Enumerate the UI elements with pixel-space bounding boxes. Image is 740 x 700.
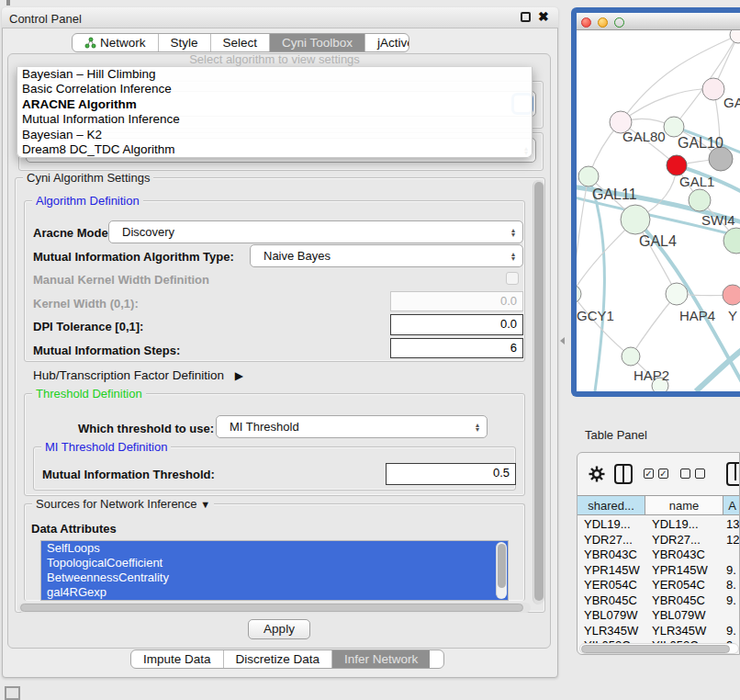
algorithm-option[interactable]: Mutual Information Inference <box>17 112 532 127</box>
node-red-selected[interactable] <box>667 155 687 175</box>
list-item[interactable]: TopologicalCoefficient <box>41 556 508 570</box>
settings-vertical-scrollbar[interactable] <box>533 180 544 604</box>
table-row[interactable]: YLR345W YLR345W 9. <box>577 624 740 639</box>
node-hap2[interactable] <box>622 347 640 366</box>
aracne-mode-label: Aracne Mode: <box>33 226 112 240</box>
control-panel-titlebar[interactable] <box>2 7 558 28</box>
node-label: HAP4 <box>679 308 715 323</box>
node-label: GAL10 <box>678 135 723 151</box>
table-row[interactable]: YBR043C YBR043C <box>577 548 740 563</box>
node-salmon[interactable] <box>723 285 740 305</box>
deselect-all-checkbox-icon[interactable] <box>680 469 690 479</box>
algorithm-option[interactable]: Basic Correlation Inference <box>17 82 532 96</box>
cell: YBL079W <box>577 608 645 624</box>
cell: YLR345W <box>645 624 723 639</box>
algorithm-option[interactable]: Bayesian – Hill Climbing <box>17 67 532 82</box>
column-header-name[interactable]: name <box>645 496 723 514</box>
tab-infer-network[interactable]: Infer Network <box>331 650 430 668</box>
dpi-tolerance-label: DPI Tolerance [0,1]: <box>33 320 143 333</box>
node-hap4[interactable] <box>666 283 688 305</box>
list-item[interactable]: gal4RGexp <box>41 585 508 600</box>
close-traffic-light[interactable] <box>581 17 591 28</box>
node-gal11[interactable] <box>578 166 599 186</box>
dpi-tolerance-input[interactable]: 0.0 <box>390 314 523 335</box>
deselect-all-checkbox-icon[interactable] <box>695 469 705 479</box>
close-icon[interactable]: ✖ <box>538 9 549 24</box>
manual-kernel-checkbox[interactable] <box>506 272 519 285</box>
tab-style[interactable]: Style <box>158 34 210 51</box>
columns-icon[interactable] <box>614 464 633 484</box>
network-icon <box>84 37 96 49</box>
zoom-traffic-light[interactable] <box>614 17 624 28</box>
aracne-mode-combobox[interactable]: Discovery ▴▾ <box>108 220 523 243</box>
cell: 13 <box>723 517 740 533</box>
partial-toolbar-icon[interactable] <box>726 462 740 486</box>
mi-threshold-input[interactable]: 0.5 <box>386 463 516 485</box>
cell: 9. <box>723 624 740 639</box>
apply-button[interactable]: Apply <box>248 619 310 639</box>
control-panel-title: Control Panel <box>9 12 82 26</box>
tab-jactivemnodules[interactable]: jActiveMNodules <box>364 34 409 51</box>
algorithm-option[interactable]: Dream8 DC_TDC Algorithm <box>17 142 532 157</box>
cell: YPR145W <box>645 563 723 579</box>
chevron-right-icon: ▶ <box>235 369 243 382</box>
tab-discretize-data-label: Discretize Data <box>236 652 320 666</box>
list-item[interactable]: BetweennessCentrality <box>41 570 508 585</box>
combo-arrows-icon: ▴▾ <box>511 252 515 261</box>
restore-icon[interactable] <box>521 12 531 22</box>
scrollbar-thumb[interactable] <box>581 645 730 653</box>
select-all-checkbox-icon[interactable]: ✓ <box>658 469 668 479</box>
node-gal10[interactable] <box>664 117 684 137</box>
minimize-traffic-light[interactable] <box>598 17 608 28</box>
node-label: SWI4 <box>701 212 735 228</box>
table-row[interactable]: YER054C YER054C 8. <box>577 578 740 593</box>
column-header-shared-name[interactable]: shared... <box>577 496 645 514</box>
mi-type-combobox[interactable]: Naive Bayes ▴▾ <box>250 244 523 267</box>
list-item[interactable]: SelfLoops <box>41 541 508 556</box>
select-all-checkbox-icon[interactable]: ✓ <box>644 469 654 479</box>
attributes-list-scrollbar[interactable] <box>496 542 507 599</box>
table-row[interactable]: YBL079W YBL079W <box>577 608 740 624</box>
tab-select[interactable]: Select <box>210 34 270 51</box>
algorithm-option[interactable]: Bayesian – K2 <box>17 128 532 142</box>
node[interactable] <box>702 78 724 100</box>
tab-select-label: Select <box>223 36 258 50</box>
tab-discretize-data[interactable]: Discretize Data <box>223 650 332 668</box>
scrollbar-thumb[interactable] <box>498 544 506 588</box>
tab-impute-data[interactable]: Impute Data <box>131 650 223 668</box>
algorithm-option-selected[interactable]: ARACNE Algorithm <box>17 97 532 112</box>
cell: YER054C <box>645 578 723 593</box>
node-gcy1[interactable] <box>577 285 581 303</box>
which-threshold-combobox[interactable]: MI Threshold ▴▾ <box>216 415 488 438</box>
cell: YDR27... <box>577 533 645 548</box>
kernel-width-input[interactable]: 0.0 <box>390 291 523 311</box>
settings-horizontal-scrollbar[interactable] <box>18 603 531 613</box>
tab-network[interactable]: Network <box>73 34 158 51</box>
which-threshold-value: MI Threshold <box>224 420 299 434</box>
network-canvas[interactable]: GAL7 GAL80 GAL10 GAL1 GAL11 SWI4 GAL4 GC… <box>577 30 740 391</box>
table-row[interactable]: YDR27... YDR27... 12 <box>577 533 740 548</box>
scrollbar-thumb[interactable] <box>534 182 544 601</box>
sources-group-title[interactable]: Sources for Network Inference ▼ <box>32 497 214 511</box>
manual-kernel-label: Manual Kernel Width Definition <box>33 273 209 287</box>
mi-steps-input[interactable]: 6 <box>390 338 523 358</box>
cyni-algorithm-settings-title: Cyni Algorithm Settings <box>23 171 153 185</box>
table-horizontal-scrollbar[interactable] <box>579 643 739 654</box>
kernel-width-label: Kernel Width (0,1): <box>33 297 139 310</box>
combo-arrows-icon: ▴▾ <box>511 228 515 237</box>
column-header-partial[interactable]: A <box>723 496 740 514</box>
table-row[interactable]: YDL19... YDL19... 13 <box>577 517 740 533</box>
table-row[interactable]: YPR145W YPR145W 9. <box>577 563 740 579</box>
split-divider-arrow-icon[interactable] <box>560 337 565 344</box>
tab-cyni-toolbox[interactable]: Cyni Toolbox <box>269 34 364 51</box>
data-attributes-label: Data Attributes <box>31 522 117 536</box>
minimized-panel-icon[interactable] <box>5 686 20 700</box>
node-gal1[interactable] <box>689 189 711 211</box>
cell: YBR045C <box>645 593 723 609</box>
gear-icon[interactable] <box>589 466 605 482</box>
node[interactable] <box>730 30 740 43</box>
node-gal4[interactable] <box>621 205 650 234</box>
hub-definition-toggle[interactable]: Hub/Transcription Factor Definition ▶ <box>33 368 243 382</box>
table-row[interactable]: YBR045C YBR045C 9. <box>577 593 740 609</box>
scrollbar-thumb[interactable] <box>20 604 523 612</box>
